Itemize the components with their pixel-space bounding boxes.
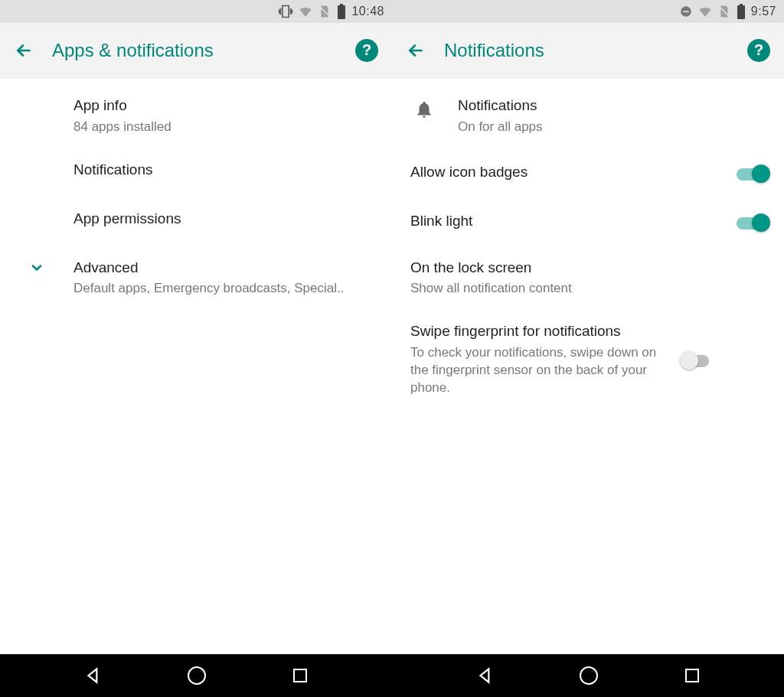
svg-rect-11 <box>686 669 698 682</box>
svg-rect-0 <box>338 5 345 19</box>
nav-home-icon[interactable] <box>578 665 599 686</box>
status-time: 10:48 <box>351 5 384 18</box>
nav-home-icon[interactable] <box>186 665 207 686</box>
battery-icon <box>736 4 746 19</box>
row-blink-light[interactable]: Blink light <box>392 197 784 246</box>
nav-back-icon[interactable] <box>83 666 103 686</box>
content-list: Notifications On for all apps Allow icon… <box>392 78 784 654</box>
row-title: Notifications <box>458 96 763 116</box>
status-bar: 10:48 <box>0 0 392 23</box>
page-title: Notifications <box>444 40 729 61</box>
wifi-icon <box>298 4 313 19</box>
wifi-icon <box>697 4 713 19</box>
toggle-swipe-fingerprint[interactable] <box>680 350 714 370</box>
row-app-permissions[interactable]: App permissions <box>0 197 392 246</box>
vibrate-icon <box>278 4 293 19</box>
dnd-icon <box>679 5 693 18</box>
svg-rect-8 <box>294 669 306 682</box>
screen-apps-notifications: 10:48 Apps & notifications ? App info 84… <box>0 0 392 654</box>
row-title: App info <box>74 96 378 116</box>
screen-notifications: 9:57 Notifications ? Notifications On fo… <box>392 0 784 654</box>
row-allow-icon-badges[interactable]: Allow icon badges <box>392 148 784 197</box>
row-title: Blink light <box>410 212 720 231</box>
row-title: App permissions <box>74 210 378 229</box>
svg-rect-3 <box>683 11 689 12</box>
nav-right <box>392 654 784 697</box>
row-lock-screen[interactable]: On the lock screen Show all notification… <box>392 246 784 311</box>
nav-recents-icon[interactable] <box>291 666 309 685</box>
toggle-allow-icon-badges[interactable] <box>737 164 770 184</box>
app-bar: Notifications ? <box>392 23 784 78</box>
status-bar: 9:57 <box>392 0 784 23</box>
content-list: App info 84 apps installed Notifications… <box>0 78 392 654</box>
svg-point-7 <box>188 667 205 684</box>
row-sub: Default apps, Emergency broadcasts, Spec… <box>74 280 378 298</box>
svg-rect-4 <box>737 5 745 19</box>
row-notifications[interactable]: Notifications On for all apps <box>392 84 784 148</box>
row-notifications[interactable]: Notifications <box>0 148 392 197</box>
row-title: On the lock screen <box>410 259 763 278</box>
svg-marker-6 <box>88 669 96 682</box>
navigation-bar <box>0 654 784 697</box>
app-bar: Apps & notifications ? <box>0 23 392 78</box>
nav-back-icon[interactable] <box>475 666 495 686</box>
nav-recents-icon[interactable] <box>683 666 701 685</box>
page-title: Apps & notifications <box>52 40 337 61</box>
row-title: Swipe fingerprint for notifications <box>410 322 663 341</box>
row-title: Advanced <box>74 259 378 278</box>
row-sub: On for all apps <box>458 119 763 136</box>
toggle-blink-light[interactable] <box>737 213 770 233</box>
row-title: Allow icon badges <box>410 163 720 182</box>
back-icon[interactable] <box>14 41 34 60</box>
row-sub: 84 apps installed <box>74 119 378 136</box>
svg-rect-5 <box>740 4 743 6</box>
help-icon[interactable]: ? <box>747 39 770 62</box>
svg-rect-1 <box>340 4 343 6</box>
row-sub: To check your notifications, swipe down … <box>410 344 663 397</box>
row-app-info[interactable]: App info 84 apps installed <box>0 84 392 148</box>
svg-point-10 <box>580 667 597 684</box>
row-advanced[interactable]: Advanced Default apps, Emergency broadca… <box>0 246 392 311</box>
row-sub: Show all notification content <box>410 280 763 298</box>
bell-icon <box>410 99 438 119</box>
chevron-down-icon <box>23 260 51 275</box>
row-title: Notifications <box>74 161 378 180</box>
no-sim-icon <box>717 5 731 18</box>
back-icon[interactable] <box>406 41 426 60</box>
nav-left <box>0 654 392 697</box>
status-time: 9:57 <box>751 5 776 18</box>
help-icon[interactable]: ? <box>355 39 378 62</box>
no-sim-icon <box>318 5 332 18</box>
svg-marker-9 <box>480 669 488 682</box>
row-swipe-fingerprint[interactable]: Swipe fingerprint for notifications To c… <box>392 310 784 409</box>
battery-icon <box>336 4 347 19</box>
